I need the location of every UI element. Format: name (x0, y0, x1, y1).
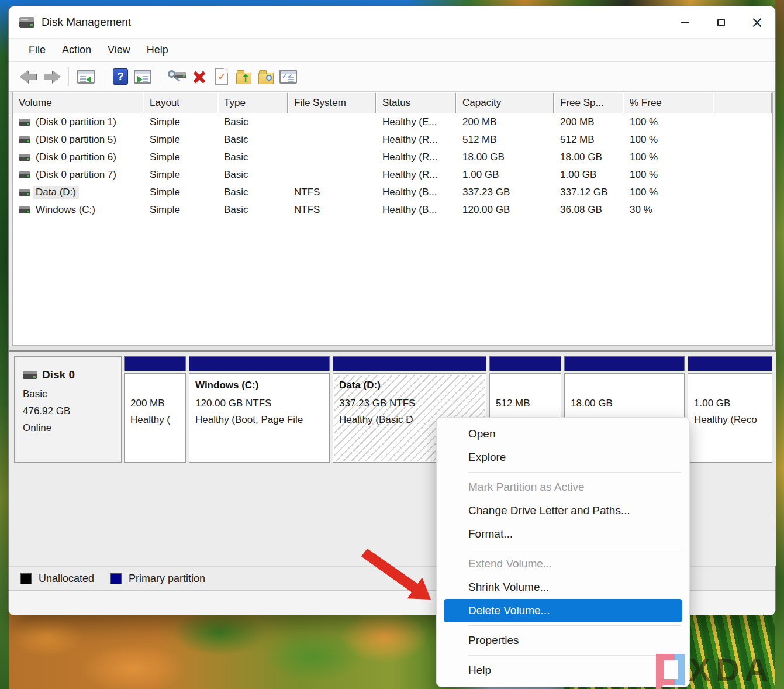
check-document-button[interactable]: ✓ (210, 66, 233, 87)
file-system-cell (288, 149, 377, 166)
disk-status: Online (23, 419, 121, 436)
partition-recovery[interactable]: 1.00 GB Healthy (Reco (688, 356, 772, 463)
disk-icon (23, 371, 37, 379)
menu-view[interactable]: View (99, 44, 139, 56)
menu-action[interactable]: Action (54, 44, 99, 56)
volume-list-pane: Volume Layout Type File System Status Ca… (12, 92, 773, 346)
status-cell: Healthy (R... (377, 131, 457, 149)
maximize-button[interactable] (703, 6, 739, 38)
volume-icon (19, 154, 30, 161)
column-header-volume[interactable]: Volume (13, 92, 143, 113)
close-button[interactable]: × (739, 6, 775, 38)
pct-free-cell: 100 % (624, 113, 714, 131)
free-space-cell: 18.00 GB (554, 149, 624, 166)
table-row-selected[interactable]: Data (D:) Simple Basic NTFS Healthy (B..… (13, 184, 772, 201)
column-header-layout[interactable]: Layout (144, 92, 217, 113)
menu-item-explore[interactable]: Explore (437, 446, 689, 469)
forward-button[interactable] (40, 66, 63, 87)
partition-color-bar (189, 356, 330, 371)
partition-efi[interactable]: 200 MB Healthy ( (124, 356, 186, 463)
delete-button[interactable] (188, 66, 210, 87)
column-header-file-system[interactable]: File System (288, 92, 376, 113)
check-document-icon: ✓ (215, 68, 228, 85)
free-space-cell: 200 MB (554, 113, 624, 131)
menu-separator (468, 472, 681, 473)
menu-file[interactable]: File (20, 44, 54, 56)
volume-context-menu: Open Explore Mark Partition as Active Ch… (436, 417, 690, 687)
menu-help[interactable]: Help (139, 44, 177, 56)
file-system-cell: NTFS (288, 201, 377, 219)
search-folder-icon (258, 73, 274, 84)
column-header-type[interactable]: Type (218, 92, 288, 113)
disk-0-info-panel[interactable]: Disk 0 Basic 476.92 GB Online (14, 356, 122, 463)
type-cell: Basic (218, 131, 288, 149)
export-folder-icon: ↑ (236, 73, 251, 84)
menu-item-change-drive-letter[interactable]: Change Drive Letter and Paths... (437, 499, 689, 522)
menu-item-extend-volume: Extend Volume... (437, 552, 689, 576)
menu-item-shrink-volume[interactable]: Shrink Volume... (437, 576, 689, 599)
partition-windows-c[interactable]: Windows (C:) 120.00 GB NTFS Healthy (Boo… (189, 356, 330, 463)
minimize-icon (681, 22, 689, 23)
table-row[interactable]: (Disk 0 partition 5) Simple Basic Health… (13, 131, 772, 149)
table-row[interactable]: (Disk 0 partition 1) Simple Basic Health… (13, 113, 772, 131)
primary-partition-label: Primary partition (129, 573, 205, 585)
partition-color-bar (333, 356, 486, 371)
properties-list-icon: ✓✓ (279, 70, 297, 84)
type-cell: Basic (218, 201, 288, 219)
back-button[interactable] (18, 66, 40, 87)
minimize-button[interactable] (666, 6, 703, 38)
table-row[interactable]: Windows (C:) Simple Basic NTFS Healthy (… (13, 201, 772, 219)
menu-item-properties[interactable]: Properties (437, 629, 689, 652)
show-console-tree-button[interactable] (75, 66, 97, 87)
volume-cell: (Disk 0 partition 6) (13, 149, 144, 166)
column-header-pct-free[interactable]: % Free (624, 92, 713, 113)
xda-watermark-text: XDA (689, 650, 773, 688)
capacity-cell: 200 MB (457, 113, 554, 131)
menu-item-format[interactable]: Format... (437, 522, 689, 546)
partition-color-bar (124, 356, 186, 371)
window-title: Disk Management (42, 16, 131, 29)
layout-cell: Simple (144, 149, 218, 166)
menu-item-mark-partition-active: Mark Partition as Active (437, 476, 689, 499)
volume-icon (19, 189, 30, 196)
layout-cell: Simple (144, 131, 218, 149)
maximize-icon (717, 19, 725, 26)
rescan-disks-button[interactable] (166, 66, 188, 87)
status-cell: Healthy (B... (377, 184, 457, 201)
type-cell: Basic (218, 149, 288, 166)
volume-icon (19, 119, 30, 126)
properties-list-button[interactable]: ✓✓ (277, 66, 299, 87)
file-system-cell (288, 113, 377, 131)
menu-item-open[interactable]: Open (437, 422, 689, 446)
help-icon: ? (113, 68, 128, 85)
table-row[interactable]: (Disk 0 partition 7) Simple Basic Health… (13, 166, 772, 184)
free-space-cell: 1.00 GB (554, 166, 624, 184)
status-cell: Healthy (B... (377, 201, 457, 219)
export-button[interactable]: ↑ (233, 66, 255, 87)
help-button[interactable]: ? (109, 66, 132, 87)
title-bar[interactable]: Disk Management × (9, 6, 775, 38)
search-folder-button[interactable] (255, 66, 277, 87)
menu-item-delete-volume[interactable]: Delete Volume... (444, 599, 682, 622)
table-row[interactable]: (Disk 0 partition 6) Simple Basic Health… (13, 149, 772, 166)
partition-color-bar (688, 356, 772, 371)
menu-separator (468, 549, 681, 549)
status-cell: Healthy (R... (377, 166, 457, 184)
layout-cell: Simple (144, 184, 218, 201)
show-action-pane-button[interactable] (132, 66, 154, 87)
toolbar-separator (160, 67, 160, 86)
volume-icon (19, 171, 30, 178)
menu-item-help[interactable]: Help (437, 659, 689, 682)
action-pane-icon (134, 70, 151, 84)
layout-cell: Simple (144, 166, 218, 184)
column-header-status[interactable]: Status (377, 92, 456, 113)
status-cell: Healthy (E... (377, 113, 457, 131)
pct-free-cell: 100 % (624, 184, 714, 201)
pane-splitter[interactable] (9, 346, 775, 352)
column-header-free-space[interactable]: Free Sp... (554, 92, 623, 113)
column-header-capacity[interactable]: Capacity (457, 92, 554, 113)
type-cell: Basic (218, 184, 288, 201)
capacity-cell: 1.00 GB (457, 166, 554, 184)
rescan-disks-icon (168, 69, 186, 84)
volume-icon (19, 136, 30, 143)
